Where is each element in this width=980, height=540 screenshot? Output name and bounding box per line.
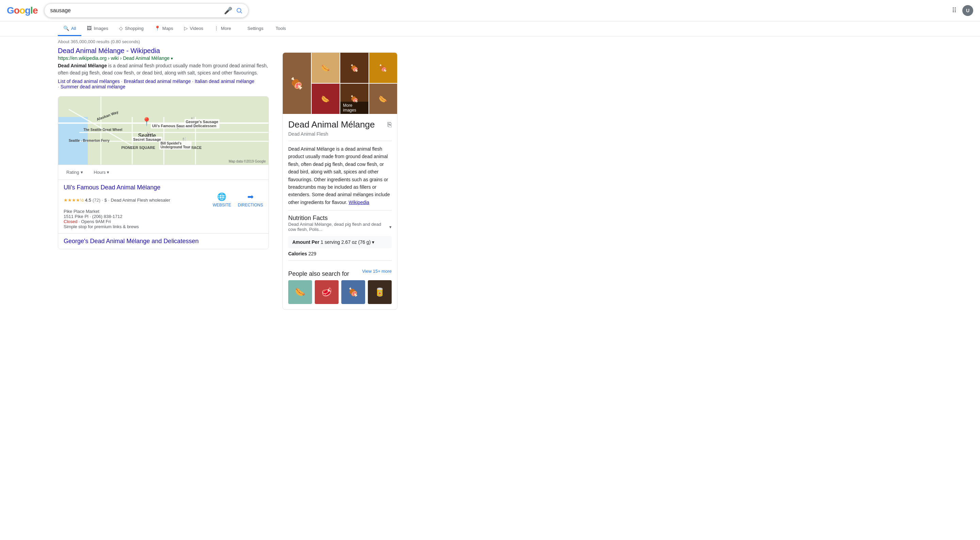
price-dot-sep: · bbox=[102, 198, 103, 203]
search-bar[interactable]: sausage 🎤 bbox=[44, 3, 248, 17]
kp-wiki-link[interactable]: Wikipedia bbox=[348, 200, 369, 205]
filter-hours[interactable]: Hours ▾ bbox=[91, 168, 112, 176]
left-column: Dead Animal Mélange - Wikipedia https://… bbox=[58, 47, 269, 310]
tab-all[interactable]: 🔍 All bbox=[58, 21, 81, 36]
kp-divider-2 bbox=[288, 210, 392, 211]
google-logo[interactable]: Google bbox=[7, 5, 37, 16]
nutrition-dropdown-icon[interactable]: ▾ bbox=[389, 224, 392, 230]
more-images-overlay[interactable]: More images bbox=[340, 102, 369, 114]
result-title-link[interactable]: Dead Animal Mélange - Wikipedia bbox=[58, 47, 160, 54]
people-thumb-2[interactable]: 🥩 bbox=[315, 280, 339, 304]
kp-image-5[interactable]: 🌭 bbox=[312, 84, 340, 114]
rating-value: 4.5 bbox=[85, 198, 91, 203]
avatar[interactable]: U bbox=[962, 5, 973, 16]
price: $ bbox=[105, 198, 107, 203]
result-url: https://en.wikipedia.org › wiki › Dead A… bbox=[58, 56, 269, 61]
map-container[interactable]: 📍 🍴 🍴 🍴 Alaskan Way Seattle The Seattle … bbox=[58, 96, 269, 249]
result-link-4[interactable]: Summer dead animal mélange bbox=[60, 84, 126, 89]
search-icon[interactable] bbox=[236, 7, 243, 14]
tab-shopping-label: Shopping bbox=[125, 26, 143, 31]
kp-image-7[interactable]: 🌭 bbox=[369, 84, 398, 114]
kp-body: Dead Animal Mélange ⎘ Dead Animal Flesh … bbox=[283, 114, 397, 310]
kp-title-row: Dead Animal Mélange ⎘ bbox=[288, 119, 392, 130]
local-result-1: Uli's Famous Dead Animal Mélange ★★★★½ 4… bbox=[58, 179, 269, 233]
local-result-1-status: Closed · Opens 9AM Fri bbox=[64, 219, 263, 224]
results-count-text: About 365,000,000 results (0.80 seconds) bbox=[58, 39, 140, 44]
kp-image-6[interactable]: 🍖 More images bbox=[340, 84, 369, 114]
directions-label: DIRECTIONS bbox=[238, 203, 263, 207]
local-result-1-title[interactable]: Uli's Famous Dead Animal Mélange bbox=[64, 184, 263, 191]
people-thumb-3[interactable]: 🍖 bbox=[341, 280, 365, 304]
map-label-ferry: Seattle - Bremerton Ferry bbox=[69, 139, 110, 143]
serving-dropdown-icon[interactable]: ▾ bbox=[372, 240, 374, 245]
tab-maps[interactable]: 📍 Maps bbox=[149, 21, 179, 36]
local-result-2-title[interactable]: George's Dead Animal Mélange and Delicat… bbox=[64, 238, 263, 245]
people-thumb-4[interactable]: 🥫 bbox=[368, 280, 392, 304]
header-right: ⠿ U bbox=[952, 5, 973, 16]
kp-image-4[interactable]: 🍖 bbox=[369, 53, 398, 83]
map-filters: Rating ▾ Hours ▾ bbox=[58, 165, 269, 179]
tab-shopping[interactable]: ◇ Shopping bbox=[114, 21, 149, 36]
main-content: Dead Animal Mélange - Wikipedia https://… bbox=[0, 47, 442, 310]
kp-subtitle: Dead Animal Flesh bbox=[288, 131, 392, 137]
tab-images[interactable]: 🖼 Images bbox=[81, 21, 114, 36]
sausage-img-7: 🌭 bbox=[369, 84, 398, 114]
result-url-text: https://en.wikipedia.org › wiki › Dead A… bbox=[58, 56, 169, 61]
search-icon-small: 🔍 bbox=[63, 25, 69, 31]
results-count: About 365,000,000 results (0.80 seconds) bbox=[0, 37, 980, 47]
kp-main-image[interactable]: 🍖 bbox=[283, 53, 311, 114]
hours-dropdown-icon: ▾ bbox=[107, 170, 109, 175]
map-label-alaskan: Alaskan Way bbox=[96, 110, 119, 121]
kp-nutrition-title: Nutrition Facts bbox=[288, 214, 392, 222]
wikipedia-result: Dead Animal Mélange - Wikipedia https://… bbox=[58, 47, 269, 89]
people-thumb-1[interactable]: 🌭 bbox=[288, 280, 312, 304]
directions-button[interactable]: ➡ DIRECTIONS bbox=[238, 192, 263, 207]
closed-status: Closed bbox=[64, 219, 77, 224]
map-image[interactable]: 📍 🍴 🍴 🍴 Alaskan Way Seattle The Seattle … bbox=[58, 97, 269, 165]
sausage-img-3: 🍖 bbox=[340, 53, 369, 83]
url-dropdown-arrow[interactable]: ▾ bbox=[171, 56, 173, 61]
kp-images[interactable]: 🍖 🌭 🍖 🍖 🌭 🍖 More images bbox=[283, 53, 397, 114]
sausage-main-img: 🍖 bbox=[283, 53, 311, 114]
filter-rating[interactable]: Rating ▾ bbox=[64, 168, 86, 176]
serving-text: 1 serving 2.67 oz (76 g) bbox=[321, 240, 371, 245]
result-link-2[interactable]: Breakfast dead animal mélange bbox=[124, 79, 191, 84]
result-link-1[interactable]: List of dead animal mélanges bbox=[58, 79, 120, 84]
map-pin-ulis[interactable]: 📍 bbox=[142, 117, 152, 127]
link-sep-1: · bbox=[121, 79, 124, 84]
kp-image-2[interactable]: 🌭 bbox=[312, 53, 340, 83]
mic-icon[interactable]: 🎤 bbox=[224, 6, 232, 14]
tools-label: Tools bbox=[275, 26, 286, 31]
result-link-3[interactable]: Italian dead animal mélange bbox=[195, 79, 254, 84]
map-label-pioneer: PIONEER SQUARE bbox=[121, 146, 155, 149]
kp-image-3[interactable]: 🍖 bbox=[340, 53, 369, 83]
kp-nutrition-subtitle: Dead Animal Mélange, dead pig flesh and … bbox=[288, 222, 392, 232]
link-sep-3: · bbox=[58, 84, 60, 89]
tab-videos[interactable]: ▷ Videos bbox=[179, 21, 209, 36]
apps-grid-icon[interactable]: ⠿ bbox=[952, 6, 957, 14]
opens-text: Opens 9AM Fri bbox=[81, 219, 111, 224]
share-icon[interactable]: ⎘ bbox=[388, 121, 392, 129]
filter-rating-label: Rating bbox=[66, 170, 79, 175]
kp-desc-text: Dead Animal Mélange is a dead animal fle… bbox=[288, 146, 390, 205]
map-label-bill: Bill Speidel'sUnderground Tour bbox=[159, 141, 192, 149]
settings-label: Settings bbox=[247, 26, 263, 31]
more-icon: ⋮ bbox=[214, 25, 219, 31]
map-copyright: Map data ©2019 Google bbox=[229, 159, 266, 163]
website-label: WEBSITE bbox=[213, 203, 231, 207]
maps-icon: 📍 bbox=[154, 25, 160, 31]
tab-more[interactable]: ⋮ More bbox=[208, 21, 237, 36]
kp-people-view[interactable]: View 15+ more bbox=[362, 268, 392, 274]
kp-title: Dead Animal Mélange bbox=[288, 119, 375, 130]
rating-dropdown-icon: ▾ bbox=[81, 170, 83, 175]
result-title[interactable]: Dead Animal Mélange - Wikipedia bbox=[58, 47, 269, 55]
settings-link[interactable]: Settings bbox=[242, 22, 269, 36]
website-icon: 🌐 bbox=[217, 192, 226, 201]
map-label-georges: George's Sausageand Delicatessen bbox=[185, 119, 220, 129]
website-button[interactable]: 🌐 WEBSITE bbox=[213, 192, 231, 207]
snippet-bold: Dead Animal Mélange bbox=[58, 63, 107, 68]
stars-icon: ★★★★½ bbox=[64, 198, 84, 203]
tools-link[interactable]: Tools bbox=[270, 22, 291, 36]
search-input[interactable]: sausage bbox=[50, 8, 221, 14]
result-snippet: Dead Animal Mélange is a dead animal fle… bbox=[58, 62, 269, 76]
